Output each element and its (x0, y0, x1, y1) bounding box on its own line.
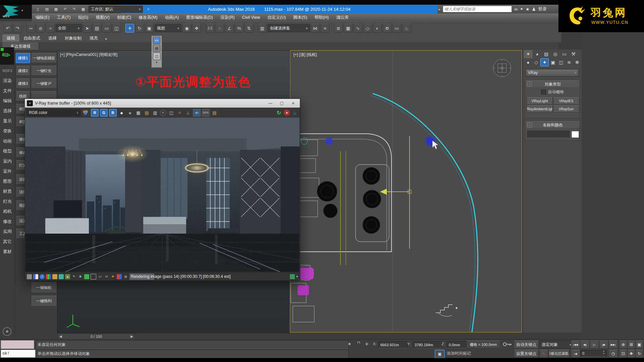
reference-coord-dropdown[interactable]: 视图 ▾ (155, 24, 181, 32)
vfb-grid-mini-icon[interactable]: ▦ (123, 274, 128, 279)
vfb-layers-mini-icon[interactable] (59, 274, 64, 279)
select-object-icon[interactable]: ➤ (83, 24, 92, 33)
viewport-camera-label[interactable]: [+] [PhysCamera001] [明暗处理] (60, 52, 117, 58)
vfb-minimize-icon[interactable]: — (266, 101, 275, 106)
autogrid-checkbox[interactable] (541, 89, 546, 95)
light-type-dropdown[interactable]: VRay ˅ (526, 69, 579, 76)
curve-editor-icon[interactable]: ∿ (354, 24, 362, 33)
sidebar-tab-display[interactable]: 显示 (0, 116, 15, 126)
vfb-track-mouse-icon[interactable]: ✛ (176, 109, 183, 116)
vfb-hsl-mini-icon[interactable] (52, 274, 57, 279)
open-file-icon[interactable]: ▤ (43, 5, 51, 13)
window-crossing-icon[interactable]: ◫ (112, 24, 121, 33)
menu-group[interactable]: 组(G) (74, 15, 92, 20)
set-key-button[interactable]: 设置关键点 (514, 350, 539, 358)
category-spacewarps-icon[interactable]: ≋ (565, 59, 573, 66)
category-systems-icon[interactable]: ✻ (573, 59, 581, 66)
menu-customize[interactable]: 自定义(U) (264, 15, 289, 20)
time-tag-label[interactable]: 添加时间标记 (447, 351, 471, 356)
tab-utilities-icon[interactable]: ⚒ (569, 50, 578, 58)
go-to-frame-icon[interactable]: |◀ (571, 350, 580, 358)
panel-btn-one-key-window[interactable]: 一键窗户 (31, 78, 57, 88)
rollout-name-color[interactable]: − 名称和颜色 (525, 121, 580, 129)
unlink-icon[interactable]: ⊘ (36, 24, 45, 33)
signin-label[interactable]: 登录 (538, 6, 546, 12)
menu-graph-editors[interactable]: 图形编辑器(D) (182, 15, 217, 20)
render-setup-icon[interactable]: ⚙ (383, 24, 391, 33)
go-to-end-icon[interactable]: ▶▶| (608, 341, 618, 349)
signin-person-icon[interactable]: ♟ (532, 7, 536, 12)
graphite-ribbon-icon[interactable]: ▦ (344, 24, 353, 33)
save-file-icon[interactable]: ▦ (52, 5, 60, 13)
vrayies-button[interactable]: VRayIES (553, 97, 579, 105)
vfb-pen-mini-icon[interactable]: ✎ (71, 274, 76, 279)
workspace-dropdown[interactable]: 工作区: 默认 ▾ (89, 6, 143, 13)
sidebar-tab-edit[interactable]: 编辑 (0, 96, 15, 106)
new-key-curve-icon[interactable]: ∿ (539, 350, 548, 358)
vfb-region-render-icon[interactable]: ♨ (184, 109, 192, 116)
angle-snap-icon[interactable]: ∠ (225, 24, 234, 33)
ribbon-tab-selection[interactable]: 选择 (45, 36, 60, 41)
spinner-down-icon[interactable]: ▾ (603, 352, 604, 355)
category-cameras-icon[interactable]: ▣ (549, 59, 557, 66)
transform-gizmo-icon[interactable]: ✛ (365, 342, 369, 347)
menu-modifiers[interactable]: 修改器(M) (135, 15, 161, 20)
isolate-selection-icon[interactable]: ▣ (435, 350, 445, 358)
timeline-right-icon[interactable]: ▶ (130, 335, 133, 338)
vfb-star-mini-icon[interactable]: ✱ (110, 274, 115, 279)
undo-icon[interactable]: ↶ (61, 5, 69, 13)
collapse-icon[interactable]: − (527, 82, 532, 86)
vfb-alpha-icon[interactable]: ● (118, 109, 125, 116)
ribbon-tab-object-paint[interactable]: 对象绘制 (61, 36, 85, 41)
object-name-field[interactable] (527, 131, 570, 138)
pan-hand-icon[interactable]: ❖ (627, 350, 635, 358)
sidebar-tab-select[interactable]: 选择 (0, 106, 15, 116)
category-geometry-icon[interactable]: ● (524, 59, 532, 66)
project-folder-icon[interactable]: ▩ (79, 5, 87, 13)
vfb-refresh-icon[interactable]: ↻ (275, 109, 282, 116)
vfb-flake-mini-icon[interactable]: ✻ (78, 274, 83, 279)
menu-scripting[interactable]: 脚本(S) (289, 15, 311, 20)
sidebar-tab-interior[interactable]: 室内 (0, 156, 15, 166)
select-manipulate-icon[interactable]: ❖ (192, 24, 201, 33)
overflow-tool-icon[interactable]: ▤ (153, 45, 160, 52)
vraylight-button[interactable]: VRayLight (527, 97, 553, 105)
use-pivot-center-icon[interactable]: ◉ (182, 24, 191, 33)
select-by-name-icon[interactable]: ▤ (93, 24, 101, 33)
viewport-top-label[interactable]: [+] [顶] [线框] (293, 52, 317, 58)
panel-btn-modeling3[interactable]: 建模3 (16, 78, 30, 88)
vfb-clipboard-icon[interactable]: ▥ (152, 109, 159, 116)
panel-btn-modeling2[interactable]: 建模2 (16, 66, 30, 76)
select-scale-icon[interactable]: ▣ (145, 24, 154, 33)
sidebar-tab-transform[interactable]: 变换 (0, 126, 15, 136)
vfb-expand-icon[interactable]: ▾ (296, 275, 298, 278)
vray-frame-buffer-window[interactable]: V V-Ray frame buffer - [100% of 800 x 44… (24, 99, 300, 281)
overflow-tool-icon[interactable]: ◫ (153, 53, 160, 60)
vraysun-button[interactable]: VRaySun (553, 105, 579, 113)
snap-toggle-25-icon[interactable]: 2.5 (206, 24, 214, 33)
sidebar-tab-material[interactable]: 材质 (0, 186, 15, 196)
timeline-left-icon[interactable]: ◀ (59, 335, 62, 338)
redo-scene-icon[interactable]: ↷ (13, 24, 22, 33)
sidebar-tab-other[interactable]: 其它 (0, 237, 15, 247)
overflow-tool-icon[interactable]: ▭ (153, 37, 160, 44)
vfb-green-channel-icon[interactable]: G (100, 109, 108, 117)
vfb-split-mini-icon[interactable] (33, 274, 38, 279)
ribbon-tab-modeling[interactable]: 建模 (3, 35, 19, 42)
menu-tools[interactable]: 工具(T) (53, 15, 74, 20)
ribbon-tab-populate[interactable]: 填充 (86, 36, 102, 41)
select-link-icon[interactable]: ∾ (26, 24, 35, 33)
panel-btn-one-key-light[interactable]: 一键灯光 (31, 66, 57, 76)
vfb-load-image-icon[interactable]: ▤ (143, 109, 150, 116)
go-to-start-icon[interactable]: |◀◀ (571, 341, 580, 349)
spinner-snap-icon[interactable]: ⇅ (245, 24, 253, 33)
orbit-icon[interactable]: ↻ (635, 350, 643, 358)
menu-create[interactable]: 创建(C) (113, 15, 135, 20)
ribbon-minimize-icon[interactable]: ▴ (102, 35, 110, 42)
redo-icon[interactable]: ↷ (70, 5, 78, 13)
collapse-icon[interactable]: − (527, 123, 532, 127)
rendered-frame-window-icon[interactable]: ▭ (392, 24, 401, 33)
sidebar-tab-file[interactable]: 文件 (0, 86, 15, 96)
vfb-h-mini-icon[interactable]: H (104, 274, 109, 279)
maxscript-mini-listener-white[interactable]: ok! (1, 350, 36, 358)
